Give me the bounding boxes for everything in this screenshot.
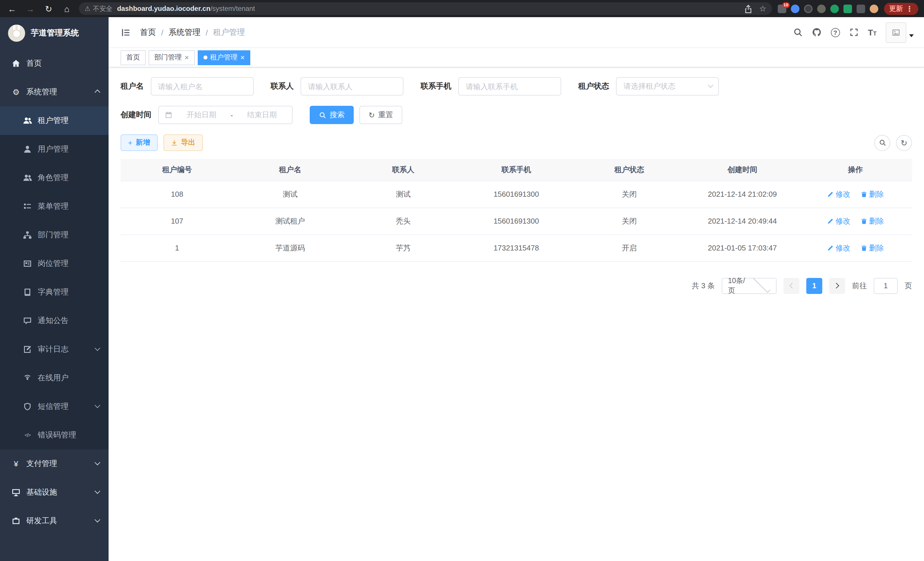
extension-icon[interactable] — [791, 4, 800, 13]
browser-update-button[interactable]: 更新 ⋮ — [884, 3, 918, 15]
extension-icon[interactable] — [804, 4, 813, 13]
close-icon[interactable]: × — [240, 54, 244, 61]
security-label: 不安全 — [93, 4, 112, 13]
sidebar-item-error-code[interactable]: </>错误码管理 — [0, 421, 109, 450]
browser-home-icon[interactable]: ⌂ — [61, 4, 73, 13]
extension-icon[interactable] — [843, 4, 852, 13]
goto-page-input[interactable] — [874, 278, 898, 294]
edit-link[interactable]: 修改 — [827, 216, 850, 226]
tenant-name-input[interactable] — [151, 77, 254, 96]
next-page-button[interactable] — [829, 278, 845, 294]
download-icon — [171, 139, 177, 146]
delete-link[interactable]: 删除 — [861, 243, 884, 253]
bookmark-star-icon[interactable]: ☆ — [759, 4, 766, 13]
pagination: 共 3 条 10条/页 1 前往 页 — [121, 278, 912, 294]
sidebar-item-audit-log[interactable]: 审计日志 — [0, 335, 109, 364]
address-bar[interactable]: ⚠ 不安全 dashboard.yudao.iocoder.cn/system/… — [79, 2, 772, 15]
prev-page-button[interactable] — [783, 278, 800, 294]
sidebar-item-user[interactable]: 用户管理 — [0, 135, 109, 164]
share-icon[interactable] — [744, 4, 753, 14]
trash-icon — [861, 191, 867, 198]
sidebar-item-dept[interactable]: 部门管理 — [0, 221, 109, 249]
page-number-1[interactable]: 1 — [806, 278, 822, 294]
extension-icon[interactable] — [830, 4, 839, 13]
trash-icon — [861, 218, 867, 224]
refresh-icon: ↻ — [901, 139, 907, 147]
breadcrumb-system[interactable]: 系统管理 — [169, 27, 201, 38]
tag-home[interactable]: 首页 — [121, 50, 146, 65]
sidebar-item-system[interactable]: ⚙系统管理 — [0, 78, 109, 106]
table-row: 1 芋道源码 芋艿 17321315478 开启 2021-01-05 17:0… — [121, 235, 912, 261]
font-size-icon[interactable]: TT — [868, 27, 877, 37]
date-range-picker[interactable]: 开始日期 - 结束日期 — [158, 106, 292, 124]
url-host: dashboard.yudao.iocoder.cn — [117, 5, 211, 13]
announcement-icon — [23, 316, 32, 325]
delete-link[interactable]: 删除 — [861, 189, 884, 199]
extension-icon[interactable]: 10 — [778, 4, 786, 13]
fullscreen-icon[interactable] — [849, 27, 859, 37]
toggle-search-button[interactable] — [874, 135, 890, 151]
page-size-select[interactable]: 10条/页 — [722, 278, 777, 294]
close-icon[interactable]: × — [184, 54, 189, 61]
sidebar-item-tenant[interactable]: 租户管理 — [0, 106, 109, 135]
page: ← → ↻ ⌂ ⚠ 不安全 dashboard.yudao.iocoder.cn… — [0, 0, 924, 561]
refresh-table-button[interactable]: ↻ — [896, 135, 912, 151]
browser-forward-icon[interactable]: → — [24, 4, 37, 13]
yen-icon: ¥ — [11, 459, 21, 468]
mobile-input[interactable] — [458, 77, 561, 96]
audit-log-icon — [23, 345, 32, 354]
tag-dept[interactable]: 部门管理× — [148, 50, 195, 65]
browser-back-icon[interactable]: ← — [6, 4, 18, 13]
chevron-down-icon — [753, 275, 770, 293]
edit-link[interactable]: 修改 — [827, 243, 850, 253]
tag-tenant-active[interactable]: 租户管理× — [197, 50, 250, 65]
sidebar-item-home[interactable]: 首页 — [0, 49, 109, 78]
chevron-down-icon — [94, 402, 100, 408]
github-icon[interactable] — [812, 27, 821, 37]
profile-avatar-icon[interactable] — [870, 4, 878, 13]
col-mobile: 联系手机 — [460, 159, 573, 181]
online-icon — [23, 373, 32, 383]
breadcrumb-home[interactable]: 首页 — [140, 27, 156, 38]
extension-icon[interactable] — [817, 4, 826, 13]
edit-link[interactable]: 修改 — [827, 189, 850, 199]
sidebar-item-post[interactable]: 岗位管理 — [0, 249, 109, 278]
sidebar-item-dict[interactable]: 字典管理 — [0, 278, 109, 307]
reset-button[interactable]: ↻ 重置 — [359, 106, 402, 124]
goto-label: 前往 — [852, 281, 867, 291]
chevron-down-icon — [94, 516, 100, 522]
user-avatar[interactable] — [886, 22, 914, 43]
delete-link[interactable]: 删除 — [861, 216, 884, 226]
search-button[interactable]: 搜索 — [310, 106, 354, 124]
tags-view: 首页 部门管理× 租户管理× — [109, 48, 924, 68]
breadcrumb-current: 租户管理 — [213, 27, 245, 38]
status-select[interactable]: 请选择租户状态 — [616, 77, 719, 96]
chevron-down-icon — [708, 82, 713, 87]
warning-icon: ⚠ — [85, 5, 91, 13]
sidebar-collapse-icon[interactable] — [121, 27, 131, 38]
breadcrumb: 首页 / 系统管理 / 租户管理 — [140, 27, 245, 38]
sidebar-item-sms[interactable]: 短信管理 — [0, 392, 109, 421]
sidebar-item-notice[interactable]: 通知公告 — [0, 307, 109, 335]
puzzle-extensions-icon[interactable] — [856, 4, 865, 13]
menu-list-icon — [23, 202, 32, 211]
add-button[interactable]: + 新增 — [121, 134, 158, 151]
app-logo[interactable]: 芋道管理系统 — [0, 17, 109, 49]
search-icon[interactable] — [793, 27, 802, 37]
export-button[interactable]: 导出 — [163, 134, 202, 151]
browser-reload-icon[interactable]: ↻ — [42, 4, 55, 13]
contact-input[interactable] — [301, 77, 404, 96]
extensions-tray: 10 — [778, 4, 878, 13]
sidebar-item-dev-tools[interactable]: 研发工具 — [0, 507, 109, 535]
chevron-down-icon — [94, 459, 100, 465]
sidebar-item-role[interactable]: 角色管理 — [0, 164, 109, 192]
sidebar-item-online-user[interactable]: 在线用户 — [0, 364, 109, 392]
url-text: dashboard.yudao.iocoder.cn/system/tenant — [117, 5, 255, 13]
help-icon[interactable]: ? — [831, 28, 840, 37]
browser-menu-kebab-icon[interactable]: ⋮ — [906, 4, 913, 13]
sidebar-item-payment[interactable]: ¥支付管理 — [0, 450, 109, 478]
users-icon — [23, 116, 32, 125]
sidebar-item-infra[interactable]: 基础设施 — [0, 478, 109, 507]
security-warning[interactable]: ⚠ 不安全 — [85, 4, 112, 13]
sidebar-item-menu[interactable]: 菜单管理 — [0, 192, 109, 221]
